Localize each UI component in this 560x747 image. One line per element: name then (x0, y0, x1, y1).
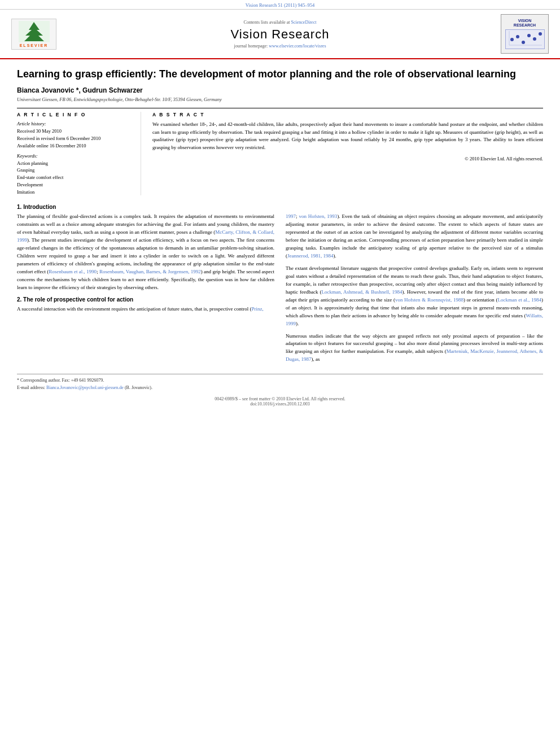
body-para-2: A successful interaction with the enviro… (17, 305, 274, 313)
keywords-title: Keywords: (17, 153, 132, 159)
email-suffix: (B. Jovanovic). (125, 385, 152, 390)
received-date: Received 30 May 2010 (17, 128, 132, 135)
cite-mccarty: McCarty, Clifton, & Collard, 1999 (17, 229, 274, 243)
section-2-heading: 2. The role of prospective control for a… (17, 296, 274, 303)
svg-point-4 (516, 35, 519, 38)
sciencedirect-link[interactable]: ScienceDirect (291, 20, 317, 25)
cite-willatts: Willatts, 1999 (286, 313, 543, 326)
footer-issn: 0042-6989/$ – see front matter © 2010 El… (17, 396, 543, 401)
vr-logo-title-text: VISIONRESEARCH (514, 19, 536, 28)
body-para-4: The extant developmental literature sugg… (286, 265, 543, 328)
svg-point-6 (527, 34, 531, 37)
section-1-title: Introduction (23, 204, 56, 210)
keyword-3: End-state comfort effect (17, 174, 132, 181)
article-abstract: A B S T R A C T We examined whether 18-,… (152, 112, 543, 195)
cite-lockman-1984: Lockman, Ashmead, & Bushnell, 1984 (321, 289, 402, 295)
body-para-5: Numerous studies indicate that the way o… (286, 333, 543, 364)
body-col-left: The planning of flexible goal-directed a… (17, 213, 274, 368)
contents-text: Contents lists available at (244, 20, 291, 25)
svg-point-5 (522, 41, 525, 44)
cite-1997: 1997 (286, 213, 296, 219)
vr-logo-container: VISIONRESEARCH (498, 14, 549, 54)
journal-title: Vision Research (62, 27, 498, 42)
journal-reference-banner: Vision Research 51 (2011) 945–954 (0, 0, 560, 10)
email-note: E-mail address: Bianca.Jovanovic@psychol… (17, 385, 543, 392)
contents-line: Contents lists available at ScienceDirec… (62, 20, 498, 25)
vr-logo-graphic (505, 29, 545, 49)
copyright: © 2010 Elsevier Ltd. All rights reserved… (152, 156, 543, 161)
elsevier-label: ELSEVIER (20, 43, 49, 47)
footer-doi: doi:10.1016/j.visres.2010.12.003 (17, 401, 543, 407)
homepage-text: journal homepage: (234, 43, 269, 49)
available-date: Available online 16 December 2010 (17, 142, 132, 150)
journal-reference-text: Vision Research 51 (2011) 945–954 (246, 2, 314, 8)
cite-prinz: Prinz, (251, 306, 263, 312)
divider-line (17, 108, 543, 108)
section-1-heading: 1. Introduction (17, 204, 543, 210)
article-info-grid: A R T I C L E I N F O Article history: R… (17, 112, 543, 195)
vr-graphic-icon (506, 31, 543, 48)
article-info-label: A R T I C L E I N F O (17, 112, 132, 117)
svg-point-3 (510, 38, 514, 41)
body-content: 1. Introduction The planning of flexible… (17, 204, 543, 368)
body-para-1: The planning of flexible goal-directed a… (17, 213, 274, 291)
cite-lockman-et-al: Lockman et al., 1984 (497, 297, 541, 303)
footer-bar: 0042-6989/$ – see front matter © 2010 El… (17, 396, 543, 407)
cite-marteniuk: Marteniuk, MacKenzie, Jeannerod, Athenes… (286, 348, 543, 362)
vision-research-logo: VISIONRESEARCH (501, 14, 549, 54)
affiliation: Universitaet Giessen, FB 06, Entwicklung… (17, 97, 543, 102)
svg-point-7 (533, 37, 536, 41)
article-history-content: Received 30 May 2010 Received in revised… (17, 128, 132, 149)
abstract-text: We examined whether 18-, 24-, and 42-mon… (152, 121, 543, 151)
elsevier-logo: ELSEVIER (11, 19, 56, 50)
revised-date: Received in revised form 6 December 2010 (17, 135, 132, 142)
article-history-title: Article history: (17, 121, 132, 126)
email-label: E-mail address: (17, 385, 46, 390)
keywords-content: Action planning Grasping End-state comfo… (17, 160, 132, 196)
elsevier-logo-container: ELSEVIER (11, 19, 62, 50)
journal-header: ELSEVIER Contents lists available at Sci… (0, 10, 560, 59)
body-col-right: 1997; von Hofsten, 1993). Even the task … (286, 213, 543, 368)
keyword-1: Action planning (17, 160, 132, 167)
keyword-4: Development (17, 181, 132, 189)
journal-homepage: journal homepage: www.elsevier.com/locat… (62, 43, 498, 49)
cite-vhofsten-roennqvist: von Hofsten & Roennqvist, 1988 (395, 297, 463, 303)
elsevier-tree-icon (19, 21, 50, 42)
email-link[interactable]: Bianca.Jovanovic@psychol.uni-giessen.de (46, 385, 124, 390)
two-column-body: The planning of flexible goal-directed a… (17, 213, 543, 368)
section-1-number: 1. (17, 204, 21, 210)
svg-point-8 (539, 32, 542, 36)
journal-header-center: Contents lists available at ScienceDirec… (62, 20, 498, 49)
homepage-link[interactable]: www.elsevier.com/locate/visres (269, 43, 326, 49)
keyword-2: Grasping (17, 167, 132, 174)
cite-rosenbaum-1992: Rosenbaum, Vaughan, Barnes, & Jorgensen,… (99, 269, 201, 274)
authors: Bianca Jovanovic *, Gudrun Schwarzer (17, 86, 543, 94)
article-info-left: A R T I C L E I N F O Article history: R… (17, 112, 141, 195)
cite-vhofsten: von Hofsten, 1993 (299, 213, 337, 219)
main-content: Learning to grasp efficiently: The devel… (0, 59, 560, 415)
vr-logo-title: VISIONRESEARCH (514, 19, 536, 28)
article-title: Learning to grasp efficiently: The devel… (17, 68, 543, 81)
body-para-3: 1997; von Hofsten, 1993). Even the task … (286, 213, 543, 260)
corresponding-note: * Corresponding author. Fax: +49 641 992… (17, 377, 543, 385)
footnote-area: * Corresponding author. Fax: +49 641 992… (17, 374, 543, 392)
cite-jeannerod: Jeannerod, 1981, 1984 (287, 253, 333, 259)
keyword-5: Imitation (17, 189, 132, 196)
cite-rosenbaum-1990: Rosenbaum et al., 1990 (49, 269, 97, 274)
word-that: that (195, 306, 203, 312)
abstract-label: A B S T R A C T (152, 112, 543, 117)
